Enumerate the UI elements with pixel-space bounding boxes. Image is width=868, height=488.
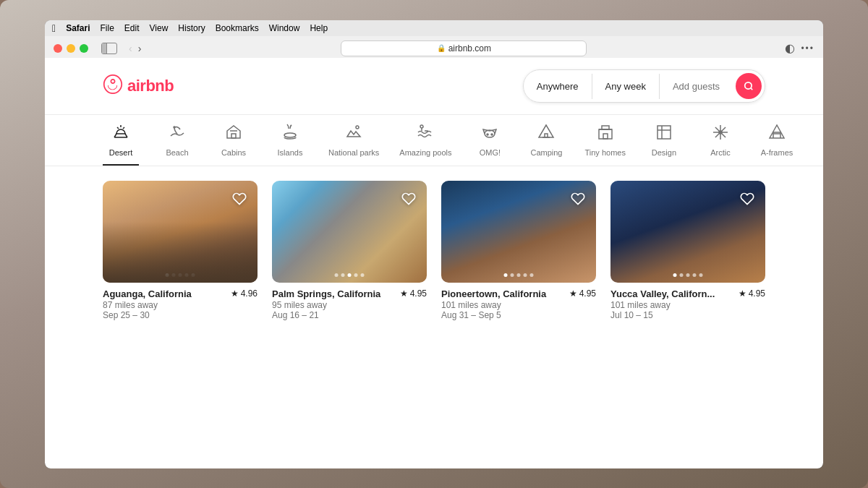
listing-card-2[interactable]: Palm Springs, California ★ 4.95 95 miles… <box>272 181 427 320</box>
dot <box>335 273 339 277</box>
lock-icon: 🔒 <box>437 44 446 52</box>
listing-card-1[interactable]: Aguanga, California ★ 4.96 87 miles away… <box>103 181 258 320</box>
category-nav: Desert Beach <box>45 115 823 166</box>
category-national-parks[interactable]: National parks <box>328 124 379 166</box>
a-frames-icon <box>768 124 786 144</box>
airbnb-logo[interactable]: airbnb <box>103 72 174 100</box>
category-arctic[interactable]: Arctic <box>702 124 739 166</box>
dot <box>192 273 195 277</box>
category-a-frames[interactable]: A-frames <box>759 124 795 166</box>
dot <box>166 273 169 277</box>
listing-image-4 <box>610 181 765 283</box>
listing-distance-2: 95 miles away <box>272 300 427 310</box>
category-tiny-homes-label: Tiny homes <box>584 148 625 157</box>
apple-logo-icon:  <box>52 22 56 34</box>
category-islands-label: Islands <box>278 148 303 157</box>
wishlist-button-2[interactable] <box>398 188 420 210</box>
category-islands[interactable]: Islands <box>272 124 308 166</box>
wishlist-button-3[interactable] <box>567 188 589 210</box>
svg-rect-9 <box>603 134 608 139</box>
url-text: airbnb.com <box>448 43 491 53</box>
listing-rating-1: ★ 4.96 <box>231 288 258 299</box>
listing-rating-2: ★ 4.95 <box>400 288 427 299</box>
listings-grid: Aguanga, California ★ 4.96 87 miles away… <box>45 166 823 335</box>
category-tiny-homes[interactable]: Tiny homes <box>584 124 625 166</box>
airbnb-header: airbnb Anywhere Any week Add guests <box>45 58 823 115</box>
category-amazing-pools[interactable]: Amazing pools <box>399 124 451 166</box>
airbnb-page: airbnb Anywhere Any week Add guests <box>45 58 823 468</box>
menu-safari[interactable]: Safari <box>66 23 90 33</box>
listing-dates-2: Aug 16 – 21 <box>272 310 427 320</box>
listing-info-2: Palm Springs, California ★ 4.95 95 miles… <box>272 283 427 320</box>
rating-value-1: 4.96 <box>241 288 258 299</box>
arctic-icon <box>712 124 729 144</box>
search-guests[interactable]: Add guests <box>660 74 733 99</box>
forward-arrow[interactable]: › <box>137 41 143 56</box>
design-icon <box>655 124 673 144</box>
listing-card-4[interactable]: Yucca Valley, Californ... ★ 4.95 101 mil… <box>610 181 765 320</box>
svg-point-3 <box>284 133 296 137</box>
image-dots-1 <box>166 273 195 277</box>
menu-bookmarks[interactable]: Bookmarks <box>216 23 259 33</box>
rating-value-3: 4.95 <box>579 288 596 299</box>
svg-rect-2 <box>231 134 236 138</box>
search-location[interactable]: Anywhere <box>524 74 592 99</box>
wishlist-button-4[interactable] <box>736 188 758 210</box>
menu-view[interactable]: View <box>150 23 169 33</box>
minimize-button[interactable] <box>67 44 75 53</box>
menu-help[interactable]: Help <box>310 23 328 33</box>
svg-point-0 <box>745 82 752 89</box>
sidebar-toggle[interactable] <box>101 43 117 54</box>
category-camping[interactable]: Camping <box>528 124 564 166</box>
dot <box>361 273 365 277</box>
menu-window[interactable]: Window <box>269 23 300 33</box>
listing-card-3[interactable]: Pioneertown, California ★ 4.95 101 miles… <box>441 181 596 320</box>
category-beach[interactable]: Beach <box>159 124 195 166</box>
brightness-icon[interactable]: ◐ <box>785 41 795 55</box>
macos-chrome:  Safari File Edit View History Bookmark… <box>45 20 823 58</box>
search-button[interactable] <box>736 73 762 99</box>
dot <box>686 273 690 277</box>
beach-icon <box>169 124 186 144</box>
listing-image-2 <box>272 181 427 283</box>
category-national-parks-label: National parks <box>328 148 379 157</box>
menu-history[interactable]: History <box>178 23 205 33</box>
listing-title-row-1: Aguanga, California ★ 4.96 <box>103 288 258 299</box>
dot <box>673 273 677 277</box>
camping-icon <box>537 124 555 144</box>
menu-file[interactable]: File <box>100 23 114 33</box>
category-cabins[interactable]: Cabins <box>216 124 252 166</box>
dot <box>179 273 182 277</box>
category-arctic-label: Arctic <box>710 148 731 157</box>
star-icon-1: ★ <box>231 288 239 299</box>
image-dots-2 <box>335 273 365 277</box>
listing-image-3 <box>441 181 596 283</box>
dot <box>185 273 189 277</box>
back-arrow[interactable]: ‹ <box>127 41 134 56</box>
dot <box>680 273 684 277</box>
dot <box>504 273 508 277</box>
close-button[interactable] <box>54 44 62 53</box>
national-parks-icon <box>345 124 362 144</box>
more-options-icon[interactable]: ••• <box>801 43 814 53</box>
address-bar[interactable]: 🔒 airbnb.com <box>341 40 587 56</box>
category-amazing-pools-label: Amazing pools <box>399 148 451 157</box>
category-camping-label: Camping <box>530 148 562 157</box>
screen-bezel:  Safari File Edit View History Bookmark… <box>45 20 823 468</box>
dot <box>511 273 514 277</box>
category-omg[interactable]: OMG! <box>472 124 508 166</box>
maximize-button[interactable] <box>80 44 88 53</box>
search-bar[interactable]: Anywhere Any week Add guests <box>523 69 765 103</box>
svg-point-6 <box>491 134 493 135</box>
listing-location-2: Palm Springs, California <box>272 288 380 299</box>
category-beach-label: Beach <box>166 148 188 157</box>
wishlist-button-1[interactable] <box>229 188 250 210</box>
search-dates[interactable]: Any week <box>592 74 660 99</box>
listing-dates-3: Aug 31 – Sep 5 <box>441 310 596 320</box>
image-dots-3 <box>504 273 534 277</box>
listing-title-row-3: Pioneertown, California ★ 4.95 <box>441 288 596 299</box>
category-design[interactable]: Design <box>646 124 682 166</box>
listing-distance-3: 101 miles away <box>441 300 596 310</box>
menu-edit[interactable]: Edit <box>124 23 140 33</box>
category-desert[interactable]: Desert <box>103 124 139 166</box>
